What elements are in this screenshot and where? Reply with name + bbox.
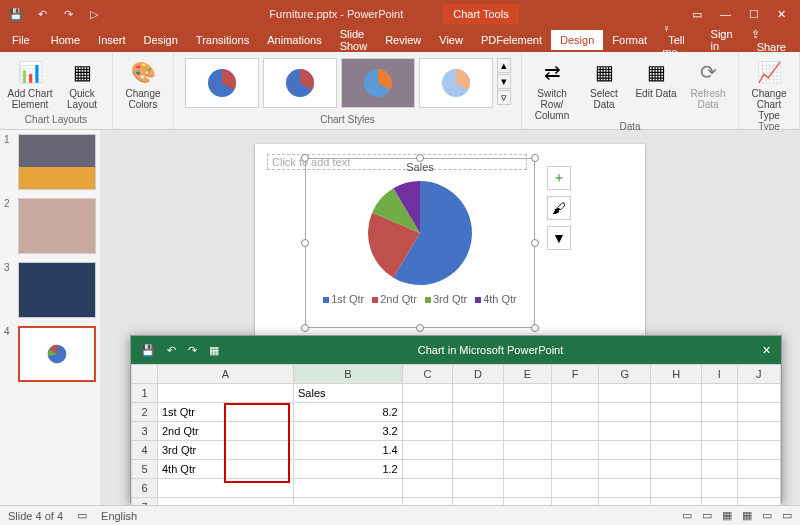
tab-file[interactable]: File	[0, 30, 42, 50]
select-data-button[interactable]: ▦Select Data	[580, 58, 628, 110]
pie-chart[interactable]	[360, 173, 480, 293]
tab-home[interactable]: Home	[42, 30, 89, 50]
redo-icon[interactable]: ↷	[60, 6, 76, 22]
slide-counter: Slide 4 of 4	[8, 510, 63, 522]
chart-styles-gallery[interactable]: ▴▾▿	[185, 54, 511, 114]
normal-view-icon[interactable]: ▦	[722, 509, 732, 522]
ribbon: 📊Add Chart Element ▦Quick Layout Chart L…	[0, 52, 800, 130]
tab-design[interactable]: Design	[135, 30, 187, 50]
chart-legend[interactable]: 1st Qtr2nd Qtr3rd Qtr4th Qtr	[306, 293, 534, 305]
document-title: Furniture.pptx - PowerPoint	[269, 8, 403, 20]
excel-redo-icon[interactable]: ↷	[188, 344, 197, 357]
tab-transitions[interactable]: Transitions	[187, 30, 258, 50]
notes-button[interactable]: ▭	[682, 509, 692, 522]
slide-sorter-icon[interactable]: ▦	[742, 509, 752, 522]
excel-save-icon[interactable]: 💾	[141, 344, 155, 357]
group-label: Chart Styles	[320, 114, 374, 127]
chart-object[interactable]: Sales 1st Qtr2nd Qtr3rd Qtr4th Qtr	[305, 158, 535, 328]
slideshow-icon[interactable]: ▭	[782, 509, 792, 522]
chart-elements-button[interactable]: ＋	[547, 166, 571, 190]
language[interactable]: English	[101, 510, 137, 522]
tab-view[interactable]: View	[430, 30, 472, 50]
embedded-excel[interactable]: 💾 ↶ ↷ ▦ Chart in Microsoft PowerPoint ✕ …	[130, 335, 782, 503]
excel-customize-icon[interactable]: ▦	[209, 344, 219, 357]
slide-canvas[interactable]: Click to add text Sales 1st Qtr2nd Qtr3r…	[255, 144, 645, 364]
excel-close-icon[interactable]: ✕	[752, 344, 781, 357]
change-colors-button[interactable]: 🎨Change Colors	[119, 58, 167, 110]
slide-thumb[interactable]	[18, 134, 96, 190]
switch-row-column-button[interactable]: ⇄Switch Row/ Column	[528, 58, 576, 121]
tab-review[interactable]: Review	[376, 30, 430, 50]
tab-insert[interactable]: Insert	[89, 30, 135, 50]
start-from-beginning-icon[interactable]: ▷	[86, 6, 102, 22]
refresh-data-button[interactable]: ⟳Refresh Data	[684, 58, 732, 110]
save-icon[interactable]: 💾	[8, 6, 24, 22]
context-tab-label: Chart Tools	[443, 4, 518, 24]
comments-button[interactable]: ▭	[702, 509, 712, 522]
group-label: Chart Layouts	[25, 114, 87, 127]
tab-animations[interactable]: Animations	[258, 30, 330, 50]
tab-pdfelement[interactable]: PDFelement	[472, 30, 551, 50]
edit-data-button[interactable]: ▦Edit Data	[632, 58, 680, 99]
change-chart-type-button[interactable]: 📈Change Chart Type	[745, 58, 793, 121]
slide-thumb[interactable]	[18, 262, 96, 318]
reading-view-icon[interactable]: ▭	[762, 509, 772, 522]
excel-undo-icon[interactable]: ↶	[167, 344, 176, 357]
spellcheck-icon[interactable]: ▭	[77, 509, 87, 522]
slide-thumb[interactable]	[18, 198, 96, 254]
tab-chart-format[interactable]: Format	[603, 30, 656, 50]
quick-layout-button[interactable]: ▦Quick Layout	[58, 58, 106, 110]
slide-panel[interactable]: 1 2 3 4	[0, 130, 100, 505]
undo-icon[interactable]: ↶	[34, 6, 50, 22]
add-chart-element-button[interactable]: 📊Add Chart Element	[6, 58, 54, 110]
spreadsheet-grid[interactable]: ABCDEFGHIJ 1Sales21st Qtr8.232nd Qtr3.24…	[131, 364, 781, 517]
menu-bar: File Home Insert Design Transitions Anim…	[0, 28, 800, 52]
excel-title: Chart in Microsoft PowerPoint	[229, 344, 752, 356]
chart-filters-button[interactable]: ▼	[547, 226, 571, 250]
chart-styles-button[interactable]: 🖌	[547, 196, 571, 220]
tab-chart-design[interactable]: Design	[551, 30, 603, 50]
status-bar: Slide 4 of 4 ▭ English ▭ ▭ ▦ ▦ ▭ ▭	[0, 505, 800, 525]
slide-thumb[interactable]	[18, 326, 96, 382]
